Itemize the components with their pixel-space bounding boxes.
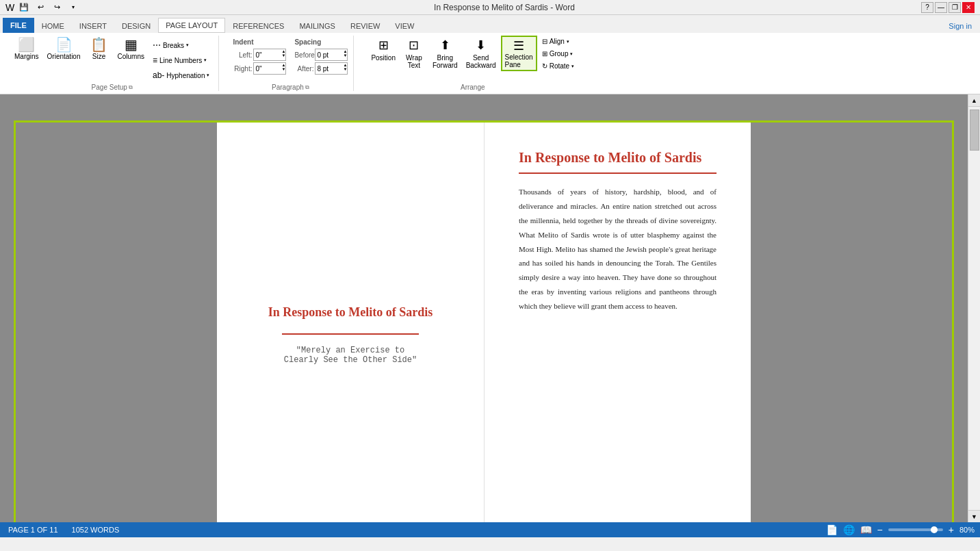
zoom-level[interactable]: 80%	[959, 526, 975, 534]
zoom-plus-button[interactable]: +	[949, 524, 954, 535]
hyphenation-dropdown: ▾	[207, 73, 209, 78]
margins-label: Margins	[14, 53, 39, 60]
size-icon: 📋	[90, 38, 107, 51]
zoom-thumb[interactable]	[931, 526, 938, 533]
window-title: In Response to Melito of Sardis - Word	[88, 3, 921, 12]
left-indent-value: 0"	[255, 51, 261, 59]
tab-page-layout[interactable]: PAGE LAYOUT	[158, 18, 225, 33]
view-web-icon[interactable]: 🌐	[843, 524, 855, 535]
hyphenation-button[interactable]: ab- Hyphenation ▾	[149, 68, 214, 82]
quick-redo[interactable]: ↪	[50, 1, 64, 14]
wrap-text-icon: ⊡	[409, 38, 419, 53]
group-button[interactable]: ⊞ Group ▾	[539, 48, 578, 60]
right-indent-label: Right:	[233, 65, 252, 73]
selection-pane-button[interactable]: ☰ SelectionPane	[501, 36, 537, 71]
hyphenation-icon: ab-	[153, 71, 164, 80]
wrap-text-button[interactable]: ⊡ WrapText	[400, 36, 428, 71]
after-spacing-value: 8 pt	[317, 65, 328, 73]
group-icon: ⊞	[542, 50, 547, 57]
hyphenation-label: Hyphenation	[166, 72, 205, 79]
page-info[interactable]: PAGE 1 OF 11	[5, 526, 61, 534]
tab-view[interactable]: VIEW	[387, 18, 422, 33]
arrange-group: ⊞ Position ⊡ WrapText ⬆ BringForward ⬇ S…	[362, 36, 583, 91]
right-page-title: In Response to Melito of Sardis	[519, 150, 717, 166]
word-count[interactable]: 1052 WORDS	[69, 526, 122, 534]
zoom-minus-button[interactable]: −	[877, 524, 883, 535]
size-button[interactable]: 📋 Size	[86, 36, 113, 62]
line-numbers-icon: ≡	[153, 55, 157, 65]
help-button[interactable]: ?	[921, 2, 933, 13]
scroll-down-button[interactable]: ▼	[968, 510, 981, 522]
document-area: In Response to Melito of Sardis "Merely …	[0, 94, 980, 522]
close-button[interactable]: ✕	[962, 2, 975, 13]
line-numbers-button[interactable]: ≡ Line Numbers ▾	[149, 53, 214, 67]
minimize-button[interactable]: —	[935, 2, 947, 13]
quick-dropdown[interactable]: ▾	[66, 1, 80, 14]
breaks-label: Breaks	[163, 42, 184, 49]
tab-file[interactable]: FILE	[3, 18, 34, 33]
tab-insert[interactable]: INSERT	[72, 18, 114, 33]
quick-save[interactable]: 💾	[17, 1, 31, 14]
restore-button[interactable]: ❐	[949, 2, 961, 13]
page-setup-expander[interactable]: ⧉	[129, 84, 133, 91]
left-indent-label: Left:	[233, 51, 252, 59]
tab-home[interactable]: HOME	[34, 18, 72, 33]
rotate-icon: ↻	[542, 62, 547, 70]
paragraph-expander[interactable]: ⧉	[305, 84, 309, 91]
ribbon: ⬜ Margins 📄 Orientation 📋 Size ▦ Columns…	[0, 33, 980, 94]
left-indent-down[interactable]: ▼	[281, 53, 285, 57]
vertical-scrollbar[interactable]: ▲ ▼	[968, 94, 980, 522]
breaks-button[interactable]: ⋯ Breaks ▾	[149, 38, 214, 52]
right-indent-down[interactable]: ▼	[281, 67, 285, 71]
arrange-group-label: Arrange	[461, 84, 485, 91]
selection-pane-label: SelectionPane	[505, 53, 533, 68]
tab-mailings[interactable]: MAILINGS	[292, 18, 343, 33]
columns-button[interactable]: ▦ Columns	[114, 36, 148, 62]
orientation-icon: 📄	[55, 38, 73, 51]
view-read-icon[interactable]: 📖	[860, 524, 872, 535]
after-spacing-down[interactable]: ▼	[343, 67, 347, 71]
before-spacing-label: Before:	[294, 51, 313, 59]
send-backward-label: SendBackward	[466, 54, 496, 69]
scroll-up-button[interactable]: ▲	[968, 94, 981, 107]
after-spacing-input[interactable]: 8 pt	[315, 63, 343, 74]
title-bar: W 💾 ↩ ↪ ▾ In Response to Melito of Sardi…	[0, 0, 980, 15]
line-numbers-dropdown: ▾	[204, 57, 207, 63]
send-backward-button[interactable]: ⬇ SendBackward	[463, 36, 500, 71]
before-spacing-input[interactable]: 0 pt	[315, 49, 343, 60]
tab-review[interactable]: REVIEW	[343, 18, 387, 33]
before-spacing-value: 0 pt	[317, 51, 328, 59]
before-spacing-down[interactable]: ▼	[343, 53, 347, 57]
tab-design[interactable]: DESIGN	[114, 18, 158, 33]
bring-forward-button[interactable]: ⬆ BringForward	[429, 36, 461, 71]
quick-undo[interactable]: ↩	[34, 1, 47, 14]
left-page-divider	[282, 333, 419, 335]
orientation-button[interactable]: 📄 Orientation	[44, 36, 84, 62]
margins-icon: ⬜	[18, 38, 35, 51]
right-page-body: Thousands of years of history, hardship,…	[519, 185, 717, 313]
page-right: In Response to Melito of Sardis Thousand…	[484, 123, 751, 522]
scroll-thumb[interactable]	[970, 110, 979, 151]
view-print-icon[interactable]: 📄	[826, 524, 838, 535]
breaks-dropdown: ▾	[186, 42, 189, 48]
orientation-label: Orientation	[47, 53, 81, 60]
wrap-text-label: WrapText	[406, 54, 422, 69]
group-label-text: Group	[550, 50, 569, 57]
pages-container: In Response to Melito of Sardis "Merely …	[14, 120, 954, 522]
rotate-button[interactable]: ↻ Rotate ▾	[539, 60, 578, 72]
document-scroll[interactable]: In Response to Melito of Sardis "Merely …	[0, 107, 968, 522]
left-indent-input[interactable]: 0"	[254, 49, 281, 60]
right-indent-input[interactable]: 0"	[254, 63, 281, 74]
breaks-icon: ⋯	[153, 40, 161, 50]
line-numbers-label: Line Numbers	[159, 57, 202, 64]
align-label: Align	[550, 38, 565, 45]
align-button[interactable]: ⊟ Align ▾	[539, 36, 578, 47]
bring-forward-label: BringForward	[433, 54, 458, 69]
zoom-slider[interactable]	[888, 528, 943, 531]
tab-references[interactable]: REFERENCES	[225, 18, 292, 33]
position-button[interactable]: ⊞ Position	[368, 36, 399, 64]
margins-button[interactable]: ⬜ Margins	[11, 36, 42, 62]
sign-in-button[interactable]: Sign in	[943, 19, 977, 33]
right-indent-value: 0"	[255, 65, 261, 73]
scroll-track[interactable]	[968, 107, 980, 510]
